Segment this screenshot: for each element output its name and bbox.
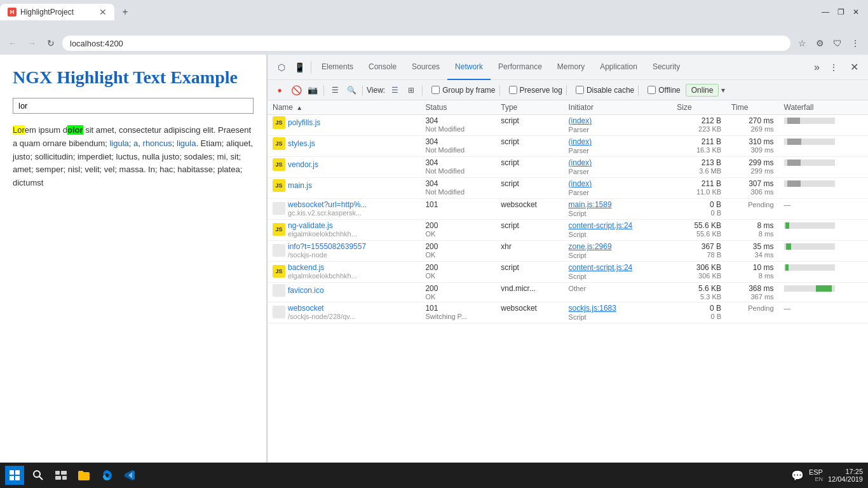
reload-button[interactable]: ↻: [43, 36, 58, 51]
devtools-settings-icon[interactable]: ⋮: [825, 58, 843, 76]
menu-icon[interactable]: ⋮: [848, 36, 863, 51]
type-cell: vnd.micr...: [496, 283, 563, 302]
preserve-log-checkbox[interactable]: [509, 86, 517, 94]
initiator-type: Parser: [569, 189, 589, 196]
devtools-close-button[interactable]: ✕: [845, 58, 863, 76]
devtools-tabs: Elements Console Sources Network Perform…: [314, 55, 809, 80]
size-secondary: 0 B: [677, 209, 721, 217]
table-row[interactable]: JS ng-validate.js elgalmkoelokbchhkh... …: [268, 220, 868, 241]
col-size[interactable]: Size: [672, 100, 726, 115]
back-button[interactable]: ←: [5, 36, 20, 51]
svg-rect-3: [15, 476, 20, 480]
vscode-icon[interactable]: [121, 466, 139, 484]
status-text: Not Modified: [425, 167, 491, 175]
maximize-button[interactable]: ❐: [834, 5, 848, 19]
initiator-link[interactable]: content-script.js:24: [569, 221, 633, 230]
tab-security[interactable]: Security: [645, 55, 688, 80]
col-time[interactable]: Time: [726, 100, 778, 115]
view-grid-button[interactable]: ⊞: [404, 83, 418, 97]
col-waterfall[interactable]: Waterfall: [779, 100, 868, 115]
tab-console[interactable]: Console: [361, 55, 404, 80]
table-row[interactable]: JS backend.js elgalmkoelokbchhkh... 200 …: [268, 262, 868, 283]
time-value: 8 ms: [757, 221, 774, 230]
link-ligula1[interactable]: ligula: [109, 139, 128, 148]
col-status[interactable]: Status: [420, 100, 496, 115]
devtools-device-icon[interactable]: 📱: [290, 58, 308, 76]
camera-button[interactable]: 📷: [306, 83, 320, 97]
file-explorer-icon[interactable]: [75, 466, 93, 484]
tab-memory[interactable]: Memory: [550, 55, 592, 80]
new-tab-button[interactable]: +: [117, 4, 133, 20]
tab-sources[interactable]: Sources: [404, 55, 447, 80]
initiator-cell: (index)Parser: [564, 178, 672, 199]
forward-button[interactable]: →: [24, 36, 39, 51]
initiator-link[interactable]: zone.js:2969: [569, 242, 612, 251]
initiator-link[interactable]: (index): [569, 158, 592, 167]
link-a[interactable]: a: [133, 139, 138, 148]
offline-label: Offline: [658, 86, 680, 95]
initiator-cell: sockjs.js:1683Script: [564, 302, 672, 323]
table-row[interactable]: JS vendor.js 304 Not Modified script (in…: [268, 157, 868, 178]
browser-tab[interactable]: H HighlightProject ✕: [0, 4, 114, 20]
initiator-link[interactable]: (index): [569, 116, 592, 125]
more-tabs-button[interactable]: »: [809, 62, 825, 73]
time-secondary: 8 ms: [731, 272, 773, 280]
search-taskbar-icon[interactable]: [29, 466, 47, 484]
extensions-icon[interactable]: ⚙: [812, 36, 827, 51]
size-secondary: 0 B: [677, 313, 721, 320]
col-type[interactable]: Type: [496, 100, 563, 115]
initiator-link[interactable]: sockjs.js:1683: [569, 304, 616, 313]
initiator-link[interactable]: (index): [569, 179, 592, 188]
table-row[interactable]: websocket?url=http%... gc.kis.v2.scr.kas…: [268, 199, 868, 220]
tab-performance[interactable]: Performance: [491, 55, 550, 80]
col-initiator[interactable]: Initiator: [564, 100, 672, 115]
status-cell: 304 Not Modified: [420, 115, 496, 136]
waterfall-bar: [784, 159, 835, 166]
table-row[interactable]: JS main.js 304 Not Modified script (inde…: [268, 178, 868, 199]
task-view-icon[interactable]: [52, 466, 70, 484]
address-input[interactable]: [62, 36, 790, 51]
edge-icon[interactable]: [98, 466, 116, 484]
view-list-button[interactable]: ☰: [388, 83, 402, 97]
tab-network[interactable]: Network: [447, 55, 491, 80]
search-button[interactable]: 🔍: [344, 83, 358, 97]
record-button[interactable]: ●: [273, 83, 287, 97]
col-name[interactable]: Name ▲: [268, 100, 420, 115]
initiator-type: Script: [569, 273, 587, 280]
notification-icon[interactable]: 💬: [791, 470, 804, 482]
disable-cache-checkbox[interactable]: [576, 86, 584, 94]
offline-checkbox[interactable]: [648, 86, 656, 94]
size-value: 0 B: [710, 200, 721, 209]
preserve-log-section: Preserve log: [509, 86, 562, 95]
table-row[interactable]: JS styles.js 304 Not Modified script (in…: [268, 136, 868, 157]
devtools-cursor-icon[interactable]: ⬡: [273, 58, 290, 76]
group-by-frame-checkbox[interactable]: [431, 86, 440, 94]
star-icon[interactable]: ☆: [794, 36, 810, 51]
table-row[interactable]: favicon.ico 200 OK vnd.micr... Other 5.6…: [268, 283, 868, 302]
waterfall-cell: [779, 136, 868, 157]
link-rhoncus[interactable]: rhoncus: [143, 139, 172, 148]
search-input[interactable]: [13, 98, 254, 114]
shield-icon[interactable]: 🛡: [830, 36, 845, 51]
filter-button[interactable]: ☰: [328, 83, 342, 97]
size-value: 213 B: [702, 158, 721, 167]
initiator-link[interactable]: content-script.js:24: [569, 263, 633, 272]
close-button[interactable]: ✕: [849, 5, 863, 19]
stop-button[interactable]: 🚫: [289, 83, 303, 97]
waterfall-cell: —: [779, 199, 868, 220]
table-row[interactable]: info?t=1555082639557 /sockjs-node 200 OK…: [268, 241, 868, 262]
waterfall-bar: [784, 243, 835, 250]
tab-application[interactable]: Application: [592, 55, 645, 80]
link-ligula2[interactable]: ligula: [177, 139, 196, 148]
initiator-link[interactable]: main.js:1589: [569, 200, 612, 209]
table-row[interactable]: JS polyfills.js 304 Not Modified script …: [268, 115, 868, 136]
network-table-container[interactable]: Name ▲ Status Type Initiator Size Time W…: [268, 100, 868, 476]
initiator-link[interactable]: (index): [569, 137, 592, 146]
start-button[interactable]: [5, 466, 24, 485]
tab-close-button[interactable]: ✕: [99, 8, 107, 17]
lorem-text: Lorem ipsum dolor sit amet, consectetur …: [13, 124, 254, 190]
throttle-dropdown[interactable]: ▾: [721, 86, 725, 95]
tab-elements[interactable]: Elements: [314, 55, 361, 80]
table-row[interactable]: websocket /sockjs-node/228/qv... 101 Swi…: [268, 302, 868, 323]
minimize-button[interactable]: —: [818, 5, 832, 19]
